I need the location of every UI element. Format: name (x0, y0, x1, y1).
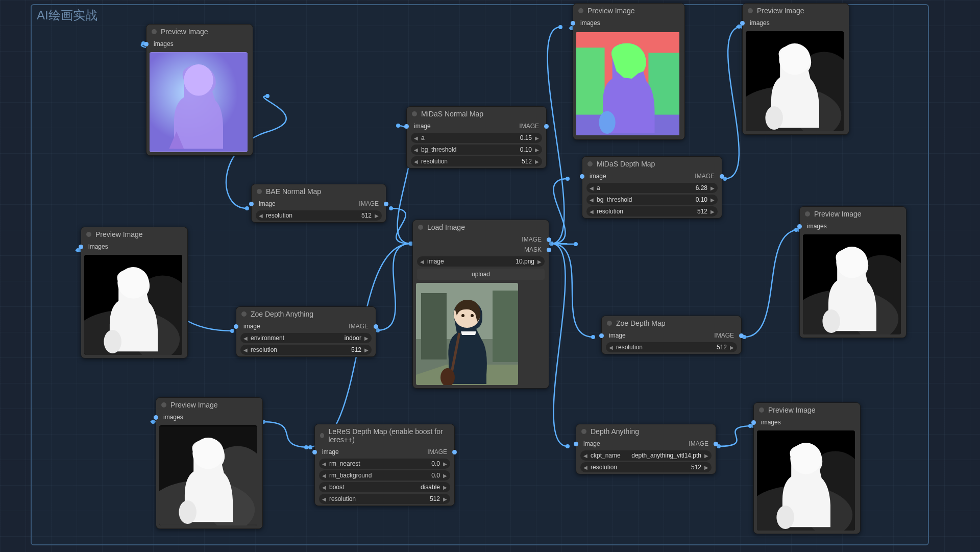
collapse-dot-icon[interactable] (257, 189, 262, 194)
leres-header[interactable]: LeReS Depth Map (enable boost for leres+… (315, 424, 454, 447)
collapse-dot-icon[interactable] (320, 433, 324, 438)
boost-widget[interactable]: ◀ boost disable ▶ (319, 482, 450, 492)
increment-arrow-icon[interactable]: ▶ (537, 259, 542, 265)
input-port[interactable] (740, 21, 745, 26)
environment-widget[interactable]: ◀ environment indoor ▶ (240, 333, 372, 343)
preview-header[interactable]: Preview Image (754, 403, 860, 417)
decrement-arrow-icon[interactable]: ◀ (609, 345, 613, 350)
resolution-widget[interactable]: ◀ resolution 512 ▶ (256, 210, 382, 221)
bae-header[interactable]: BAE Normal Map (252, 184, 386, 199)
input-port[interactable] (574, 442, 578, 446)
midas-normal-header[interactable]: MiDaS Normal Map (407, 107, 546, 121)
decrement-arrow-icon[interactable]: ◀ (322, 473, 326, 478)
increment-arrow-icon[interactable]: ▶ (535, 147, 539, 153)
increment-arrow-icon[interactable]: ▶ (704, 465, 708, 470)
input-port[interactable] (249, 202, 254, 206)
preview-header[interactable]: Preview Image (81, 227, 187, 242)
collapse-dot-icon[interactable] (607, 321, 612, 326)
zoe-anything-header[interactable]: Zoe Depth Anything (236, 307, 376, 321)
output-port[interactable] (714, 442, 718, 446)
upload-button[interactable]: upload (417, 269, 545, 280)
depth-anything-header[interactable]: Depth Anything (576, 424, 716, 439)
increment-arrow-icon[interactable]: ▶ (710, 185, 715, 191)
output-port[interactable] (544, 124, 549, 129)
collapse-dot-icon[interactable] (86, 232, 91, 237)
collapse-dot-icon[interactable] (418, 225, 423, 230)
decrement-arrow-icon[interactable]: ◀ (583, 453, 587, 459)
collapse-dot-icon[interactable] (748, 8, 753, 13)
resolution-widget[interactable]: ◀ resolution 512 ▶ (319, 494, 450, 504)
midas-depth-map-node[interactable]: MiDaS Depth MapimageIMAGE◀ a 6.28 ▶◀ bg_… (582, 156, 722, 219)
preview-header[interactable]: Preview Image (573, 4, 684, 18)
decrement-arrow-icon[interactable]: ◀ (590, 209, 594, 214)
increment-arrow-icon[interactable]: ▶ (535, 135, 539, 141)
resolution-widget[interactable]: ◀ resolution 512 ▶ (240, 345, 372, 355)
collapse-dot-icon[interactable] (587, 161, 593, 166)
increment-arrow-icon[interactable]: ▶ (364, 335, 369, 341)
collapse-dot-icon[interactable] (161, 402, 166, 407)
input-port[interactable] (599, 333, 604, 338)
input-port[interactable] (404, 124, 409, 129)
input-port[interactable] (234, 324, 238, 329)
decrement-arrow-icon[interactable]: ◀ (259, 213, 263, 219)
decrement-arrow-icon[interactable]: ◀ (322, 485, 326, 490)
decrement-arrow-icon[interactable]: ◀ (322, 496, 326, 502)
output-port[interactable] (720, 174, 724, 179)
preview-image-node[interactable]: Preview Imageimages (146, 24, 253, 156)
preview-image-node[interactable]: Preview Imageimages (156, 397, 263, 529)
output-port[interactable] (374, 324, 378, 329)
output-port[interactable] (547, 237, 551, 242)
input-port[interactable] (79, 245, 83, 249)
decrement-arrow-icon[interactable]: ◀ (590, 185, 594, 191)
decrement-arrow-icon[interactable]: ◀ (414, 135, 418, 141)
decrement-arrow-icon[interactable]: ◀ (243, 347, 248, 353)
zoe-depth-header[interactable]: Zoe Depth Map (602, 316, 741, 330)
input-port[interactable] (154, 415, 158, 420)
input-port[interactable] (751, 420, 756, 425)
collapse-dot-icon[interactable] (581, 429, 586, 434)
output-port[interactable] (452, 450, 457, 454)
preview-image-node[interactable]: Preview Imageimages (742, 3, 849, 135)
increment-arrow-icon[interactable]: ▶ (704, 453, 708, 459)
preview-header[interactable]: Preview Image (156, 398, 262, 412)
preview-image-node[interactable]: Preview Imageimages (81, 227, 188, 358)
preview-image-node[interactable]: Preview Imageimages (753, 402, 861, 534)
load-image-header[interactable]: Load Image (413, 220, 549, 234)
a-widget[interactable]: ◀ a 6.28 ▶ (586, 183, 718, 193)
increment-arrow-icon[interactable]: ▶ (443, 473, 447, 478)
leres-depth-map-node[interactable]: LeReS Depth Map (enable boost for leres+… (314, 424, 455, 506)
zoe-depth-anything-node[interactable]: Zoe Depth AnythingimageIMAGE◀ environmen… (236, 306, 376, 357)
decrement-arrow-icon[interactable]: ◀ (243, 335, 248, 341)
collapse-dot-icon[interactable] (241, 311, 247, 317)
output-port[interactable] (547, 248, 551, 252)
collapse-dot-icon[interactable] (152, 29, 157, 34)
input-port[interactable] (580, 174, 584, 179)
increment-arrow-icon[interactable]: ▶ (375, 213, 379, 219)
preview-image-node[interactable]: Preview Imageimages (799, 206, 906, 338)
depth-anything-node[interactable]: Depth AnythingimageIMAGE◀ ckpt_name dept… (576, 424, 716, 474)
increment-arrow-icon[interactable]: ▶ (710, 209, 715, 214)
file-widget[interactable]: ◀ image 10.png ▶ (417, 256, 545, 267)
bae-normal-map-node[interactable]: BAE Normal MapimageIMAGE◀ resolution 512… (251, 184, 386, 223)
rm-nearest-widget[interactable]: ◀ rm_nearest 0.0 ▶ (319, 459, 450, 469)
decrement-arrow-icon[interactable]: ◀ (420, 259, 424, 265)
rm-background-widget[interactable]: ◀ rm_background 0.0 ▶ (319, 470, 450, 481)
preview-header[interactable]: Preview Image (743, 4, 849, 18)
increment-arrow-icon[interactable]: ▶ (443, 461, 447, 467)
midas-depth-header[interactable]: MiDaS Depth Map (582, 157, 722, 171)
preview-image-node[interactable]: Preview Imageimages (573, 3, 685, 140)
output-port[interactable] (384, 202, 388, 206)
decrement-arrow-icon[interactable]: ◀ (414, 159, 418, 164)
increment-arrow-icon[interactable]: ▶ (364, 347, 369, 353)
increment-arrow-icon[interactable]: ▶ (710, 197, 715, 203)
collapse-dot-icon[interactable] (412, 111, 417, 116)
resolution-widget[interactable]: ◀ resolution 512 ▶ (586, 206, 718, 217)
load-image-node[interactable]: Load ImageIMAGEMASK◀ image 10.png ▶uploa… (412, 220, 549, 389)
a-widget[interactable]: ◀ a 0.15 ▶ (411, 133, 542, 143)
resolution-widget[interactable]: ◀ resolution 512 ▶ (411, 156, 542, 166)
collapse-dot-icon[interactable] (578, 8, 583, 13)
zoe-depth-map-node[interactable]: Zoe Depth MapimageIMAGE◀ resolution 512 … (601, 316, 742, 354)
input-port[interactable] (797, 224, 802, 229)
preview-header[interactable]: Preview Image (146, 25, 253, 39)
collapse-dot-icon[interactable] (805, 211, 810, 217)
